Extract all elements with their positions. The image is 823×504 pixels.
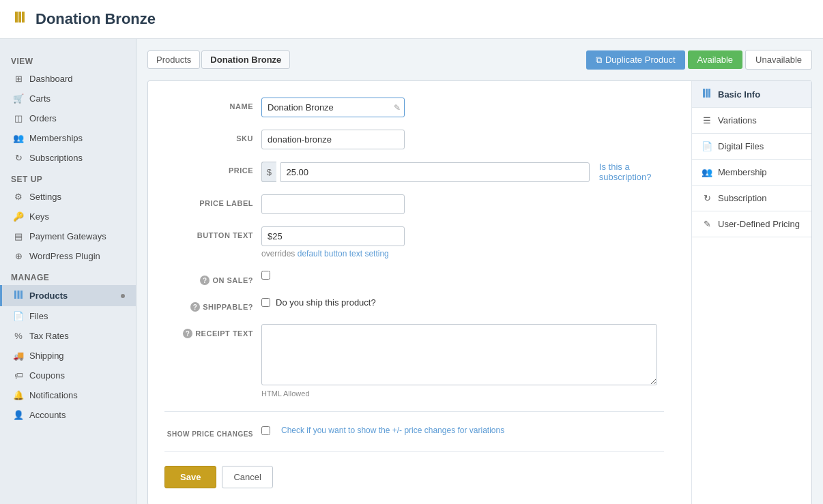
content-area: NAME ✎ SKU P [147, 80, 812, 504]
right-panel-digital-files[interactable]: 📄 Digital Files [692, 134, 811, 160]
price-input[interactable] [280, 162, 590, 182]
currency-symbol: $ [261, 162, 276, 182]
right-panel-item-label: Basic Info [718, 89, 760, 100]
shippable-row: ? SHIPPABLE? Do you ship this product? [164, 297, 664, 312]
sidebar-item-label: Keys [29, 211, 49, 222]
orders-icon: ◫ [13, 113, 24, 123]
shippable-label: ? SHIPPABLE? [164, 297, 253, 312]
sidebar-item-payment-gateways[interactable]: ▤ Payment Gateways [0, 226, 136, 246]
sidebar-item-wordpress-plugin[interactable]: ⊕ WordPress Plugin [0, 246, 136, 266]
gateway-icon: ▤ [13, 231, 24, 241]
right-panel-item-label: Membership [718, 167, 767, 177]
sidebar-item-accounts[interactable]: 👤 Accounts [0, 405, 136, 425]
coupon-icon: 🏷 [13, 370, 24, 381]
sku-row: SKU [164, 130, 664, 149]
wp-icon: ⊕ [13, 251, 24, 261]
sidebar-item-products[interactable]: Products [0, 285, 136, 306]
grid-icon: ⊞ [13, 74, 24, 84]
main-content: Products Donation Bronze ⧉ Duplicate Pro… [136, 39, 823, 504]
sidebar-item-notifications[interactable]: 🔔 Notifications [0, 385, 136, 405]
sidebar-item-label: Files [29, 311, 48, 321]
key-icon: 🔑 [13, 211, 24, 222]
sidebar-item-label: Memberships [29, 133, 83, 143]
show-price-changes-note: Check if you want to show the +/- price … [281, 426, 504, 435]
edit-icon: ✎ [394, 103, 401, 113]
name-input[interactable] [261, 98, 405, 117]
unavailable-button[interactable]: Unavailable [745, 50, 812, 70]
name-row: NAME ✎ [164, 98, 664, 117]
sidebar-item-label: Subscriptions [29, 153, 83, 163]
right-panel-item-label: Subscription [718, 193, 767, 203]
breadcrumb-current[interactable]: Donation Bronze [201, 50, 290, 69]
page-header-icon [14, 10, 29, 29]
name-field-wrapper: ✎ [261, 98, 664, 117]
sidebar-item-settings[interactable]: ⚙ Settings [0, 187, 136, 207]
receipt-text-textarea[interactable] [261, 324, 657, 385]
bars-icon [13, 290, 24, 301]
shippable-info-icon[interactable]: ? [190, 302, 200, 312]
on-sale-info-icon[interactable]: ? [200, 276, 210, 285]
sidebar-item-dashboard[interactable]: ⊞ Dashboard [0, 69, 136, 89]
sidebar-item-coupons[interactable]: 🏷 Coupons [0, 366, 136, 385]
button-text-label: BUTTON TEXT [164, 226, 253, 239]
gear-icon: ⚙ [13, 192, 24, 202]
cancel-button[interactable]: Cancel [222, 466, 272, 488]
html-allowed-note: HTML Allowed [261, 389, 664, 398]
sku-input[interactable] [261, 130, 405, 149]
sidebar-item-subscriptions[interactable]: ↻ Subscriptions [0, 148, 136, 168]
price-label-field [261, 194, 664, 214]
page-header: Donation Bronze [0, 0, 823, 39]
sidebar-item-shipping[interactable]: 🚚 Shipping [0, 346, 136, 366]
sidebar-item-orders[interactable]: ◫ Orders [0, 108, 136, 128]
right-panel-subscription[interactable]: ↻ Subscription [692, 186, 811, 211]
duplicate-product-button[interactable]: ⧉ Duplicate Product [586, 50, 685, 70]
shippable-checkbox[interactable] [261, 298, 270, 307]
receipt-info-icon[interactable]: ? [183, 329, 192, 338]
default-button-text-link[interactable]: default button text setting [298, 249, 389, 258]
right-panel-membership[interactable]: 👥 Membership [692, 160, 811, 186]
sidebar-item-carts[interactable]: 🛒 Carts [0, 89, 136, 108]
svg-rect-3 [14, 291, 16, 299]
receipt-text-field: HTML Allowed [261, 324, 664, 398]
right-panel-basic-info[interactable]: Basic Info [692, 81, 811, 108]
divider [164, 411, 664, 412]
svg-rect-8 [708, 89, 710, 98]
overrides-text: overrides default button text setting [261, 249, 664, 258]
button-text-input[interactable] [261, 226, 405, 246]
variations-icon: ☰ [702, 115, 712, 125]
duplicate-icon: ⧉ [596, 55, 602, 65]
right-panel: Basic Info ☰ Variations 📄 Digital Files … [692, 81, 811, 504]
save-button[interactable]: Save [164, 466, 216, 488]
sidebar-item-tax-rates[interactable]: % Tax Rates [0, 326, 136, 346]
sidebar-item-label: Payment Gateways [29, 231, 106, 241]
sidebar-item-memberships[interactable]: 👥 Memberships [0, 128, 136, 148]
membership-icon: 👥 [702, 167, 712, 177]
sidebar-item-files[interactable]: 📄 Files [0, 306, 136, 326]
active-dot [121, 294, 125, 298]
duplicate-label: Duplicate Product [605, 55, 676, 65]
right-panel-user-defined-pricing[interactable]: ✎ User-Defined Pricing [692, 211, 811, 237]
sidebar-item-label: Products [29, 291, 68, 301]
sidebar-item-label: Settings [29, 192, 61, 202]
on-sale-row: ? ON SALE? [164, 271, 664, 285]
on-sale-field [261, 271, 664, 282]
sidebar-item-keys[interactable]: 🔑 Keys [0, 207, 136, 226]
subscription-link[interactable]: Is this a subscription? [599, 162, 664, 182]
on-sale-checkbox[interactable] [261, 271, 270, 280]
right-panel-variations[interactable]: ☰ Variations [692, 108, 811, 134]
user-defined-pricing-icon: ✎ [702, 219, 712, 229]
sku-field [261, 130, 664, 149]
shippable-field: Do you ship this product? [261, 297, 664, 308]
available-button[interactable]: Available [688, 50, 743, 69]
show-price-changes-checkbox[interactable] [261, 426, 270, 435]
breadcrumb-products[interactable]: Products [147, 50, 200, 69]
sidebar-item-label: WordPress Plugin [29, 251, 100, 261]
sidebar-item-label: Carts [29, 93, 50, 104]
price-label-input[interactable] [261, 194, 405, 214]
sidebar-item-label: Shipping [29, 351, 64, 361]
on-sale-label: ? ON SALE? [164, 271, 253, 285]
bell-icon: 🔔 [13, 390, 24, 400]
svg-rect-5 [20, 291, 23, 299]
name-label: NAME [164, 98, 253, 110]
members-icon: 👥 [13, 133, 24, 143]
